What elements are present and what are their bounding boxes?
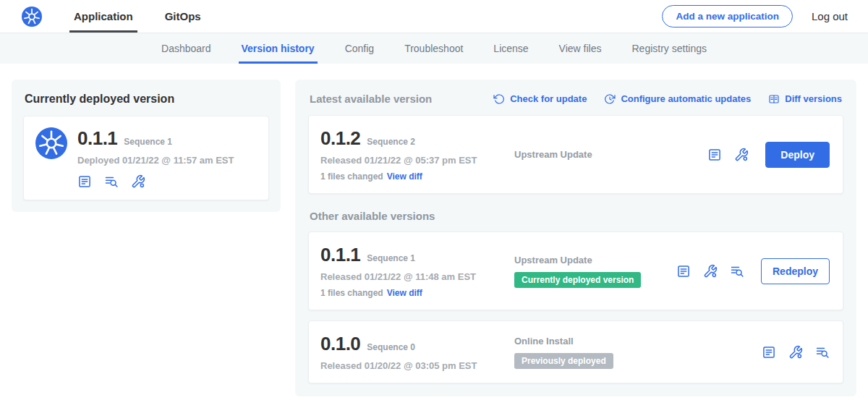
check-for-update-label: Check for update [510, 93, 587, 104]
application-icon [35, 127, 67, 159]
app-subnav: Dashboard Version history Config Trouble… [0, 33, 868, 64]
previously-deployed-badge: Previously deployed [514, 353, 613, 369]
version-actions [762, 345, 830, 360]
version-card-0-1-0: 0.1.0 Sequence 0 Released 01/20/22 @ 03:… [308, 320, 843, 383]
diff-versions-link[interactable]: Diff versions [768, 93, 842, 105]
sequence-label: Sequence 0 [367, 342, 415, 352]
files-changed-line: 1 files changedView diff [320, 288, 503, 298]
version-source: Upstream Update Currently deployed versi… [503, 255, 676, 288]
subnav-item-config[interactable]: Config [342, 33, 377, 64]
sequence-label: Sequence 2 [367, 137, 415, 147]
deployed-version-card: 0.1.1 Sequence 1 Deployed 01/21/22 @ 11:… [23, 116, 269, 200]
view-files-icon[interactable] [104, 174, 119, 189]
logout-button[interactable]: Log out [812, 10, 848, 22]
version-number: 0.1.2 [320, 127, 360, 150]
subnav-item-view-files[interactable]: View files [556, 33, 605, 64]
view-files-icon[interactable] [730, 264, 744, 279]
tab-application[interactable]: Application [69, 0, 137, 33]
files-changed-label: 1 files changed [320, 288, 383, 298]
view-diff-link[interactable]: View diff [387, 171, 422, 182]
source-label: Upstream Update [514, 149, 707, 160]
source-label: Online Install [514, 336, 762, 347]
version-card-0-1-1: 0.1.1 Sequence 1 Released 01/21/22 @ 11:… [308, 231, 843, 310]
version-number: 0.1.0 [320, 333, 360, 355]
version-history-panel: Latest available version Check for updat… [295, 80, 856, 396]
tab-gitops[interactable]: GitOps [161, 0, 205, 33]
versions-panel-actions: Check for update Configure automatic upd… [493, 93, 842, 105]
config-icon[interactable] [703, 264, 718, 279]
redeploy-button[interactable]: Redeploy [761, 258, 830, 284]
kubernetes-logo-icon [22, 7, 42, 27]
release-notes-icon[interactable] [707, 148, 722, 162]
main-content: Currently deployed version 0.1.1 [0, 64, 868, 396]
currently-deployed-badge: Currently deployed version [514, 272, 641, 288]
tab-gitops-label: GitOps [165, 10, 201, 22]
source-label: Upstream Update [514, 255, 676, 265]
subnav-item-troubleshoot[interactable]: Troubleshoot [401, 33, 466, 64]
deployed-actions [77, 174, 257, 189]
released-timestamp: Released 01/21/22 @ 05:37 pm EST [320, 155, 503, 166]
config-icon[interactable] [734, 148, 749, 162]
version-card-0-1-2: 0.1.2 Sequence 2 Released 01/21/22 @ 05:… [308, 115, 843, 194]
auto-update-clock-icon [604, 93, 616, 105]
released-timestamp: Released 01/20/22 @ 03:05 pm EST [320, 360, 503, 371]
deployed-version-info: 0.1.1 Sequence 1 Deployed 01/21/22 @ 11:… [77, 127, 257, 189]
deployed-panel-title: Currently deployed version [25, 93, 269, 106]
subnav-item-registry-settings[interactable]: Registry settings [629, 33, 710, 64]
other-versions-title: Other available versions [310, 210, 842, 222]
version-source: Upstream Update [503, 149, 707, 160]
view-files-icon[interactable] [815, 345, 830, 360]
configure-automatic-updates-label: Configure automatic updates [621, 93, 751, 104]
deployed-timestamp: Deployed 01/21/22 @ 11:57 am EST [77, 155, 257, 166]
subnav-item-version-history[interactable]: Version history [239, 33, 318, 64]
diff-icon [768, 93, 780, 105]
version-info: 0.1.0 Sequence 0 Released 01/20/22 @ 03:… [320, 333, 503, 371]
sequence-label: Sequence 1 [367, 253, 415, 263]
config-icon[interactable] [788, 345, 803, 360]
add-application-button[interactable]: Add a new application [662, 5, 793, 27]
view-diff-link[interactable]: View diff [387, 288, 422, 298]
subnav-item-license[interactable]: License [490, 33, 531, 64]
files-changed-line: 1 files changedView diff [320, 171, 503, 182]
version-actions: Deploy [707, 142, 830, 168]
version-source: Online Install Previously deployed [503, 336, 762, 369]
refresh-icon [493, 93, 505, 105]
configure-automatic-updates-link[interactable]: Configure automatic updates [604, 93, 751, 105]
version-info: 0.1.1 Sequence 1 Released 01/21/22 @ 11:… [320, 244, 503, 298]
version-number: 0.1.1 [320, 244, 360, 266]
versions-panel-header: Latest available version Check for updat… [310, 93, 842, 105]
deployed-version-number: 0.1.1 [77, 127, 117, 150]
currently-deployed-panel: Currently deployed version 0.1.1 [12, 80, 281, 212]
release-notes-icon[interactable] [77, 174, 92, 189]
subnav-item-dashboard[interactable]: Dashboard [158, 33, 214, 64]
release-notes-icon[interactable] [676, 264, 691, 279]
files-changed-label: 1 files changed [320, 171, 383, 182]
check-for-update-link[interactable]: Check for update [493, 93, 587, 105]
top-header: Application GitOps Add a new application… [0, 0, 868, 33]
latest-version-title: Latest available version [310, 93, 432, 105]
tab-application-label: Application [74, 10, 133, 22]
release-notes-icon[interactable] [762, 345, 776, 360]
version-actions: Redeploy [676, 258, 830, 284]
config-icon[interactable] [131, 174, 145, 189]
version-info: 0.1.2 Sequence 2 Released 01/21/22 @ 05:… [320, 127, 503, 182]
released-timestamp: Released 01/21/22 @ 11:48 am EST [320, 271, 503, 282]
deployed-sequence-label: Sequence 1 [124, 137, 172, 147]
deploy-button[interactable]: Deploy [765, 142, 830, 168]
top-nav: Application GitOps [58, 0, 217, 33]
diff-versions-label: Diff versions [785, 93, 842, 104]
